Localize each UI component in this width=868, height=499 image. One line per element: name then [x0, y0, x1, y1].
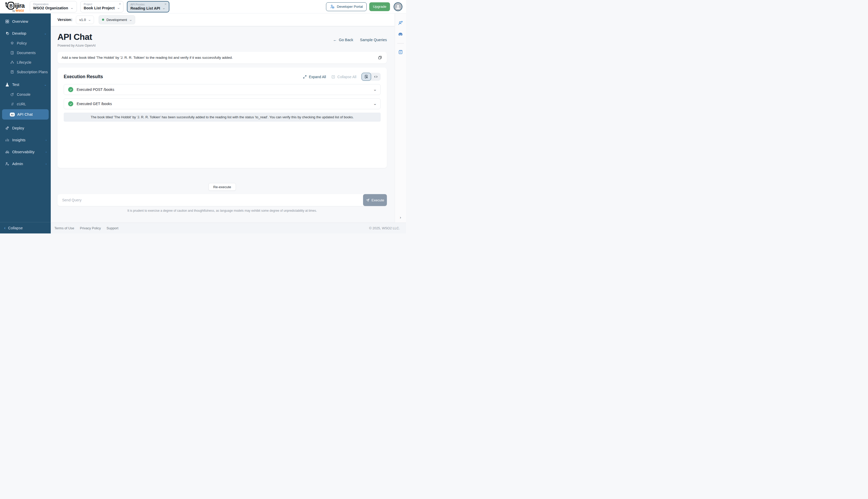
llm-disclaimer: It is prudent to exercise a degree of ca…	[58, 209, 387, 212]
copy-icon[interactable]	[377, 55, 383, 60]
page-footer: Terms of Use Privacy Policy Support © 20…	[51, 222, 406, 233]
upgrade-label: Upgrade	[373, 5, 386, 9]
organization-label: Organization	[33, 3, 73, 6]
main-area: Version: v1.0 ⌄ Development ⌄	[51, 13, 395, 222]
query-card: Add a new book titled 'The Hobbit' by 'J…	[58, 52, 387, 63]
clear-project-icon[interactable]: ✕	[119, 2, 121, 6]
documents-icon	[10, 50, 14, 56]
organization-value: WSO2 Organization	[33, 6, 68, 10]
sidebar-item-console[interactable]: Console	[0, 89, 51, 99]
sidebar-item-subscription-plans[interactable]: Subscription Plans	[0, 67, 51, 77]
chevron-right-icon: ›	[46, 162, 47, 166]
version-value: v1.0	[79, 18, 86, 22]
sidebar-item-api-chat[interactable]: AI API Chat	[2, 109, 49, 120]
send-query-input[interactable]	[58, 194, 387, 206]
sidebar-item-lifecycle[interactable]: Lifecycle	[0, 58, 51, 67]
re-execute-button[interactable]: Re-execute	[208, 183, 236, 191]
docs-icon[interactable]: C	[398, 49, 403, 55]
api-proxies-value: Reading List API	[131, 6, 160, 10]
sidebar: Overview Develop ⌄	[0, 13, 51, 233]
api-proxies-label: API Proxies	[131, 3, 165, 6]
execute-button[interactable]: Execute	[363, 194, 387, 206]
success-check-icon	[68, 101, 73, 106]
admin-icon	[5, 161, 10, 167]
bar-chart-icon	[5, 137, 10, 143]
chevron-down-icon: ⌄	[44, 32, 47, 35]
chevron-down-icon: ⌄	[44, 83, 47, 86]
console-icon	[10, 92, 14, 97]
expand-all-button[interactable]: Expand All	[303, 75, 326, 79]
sidebar-item-overview[interactable]: Overview	[0, 16, 51, 26]
user-avatar[interactable]	[394, 2, 402, 11]
chevron-down-icon: ⌄	[162, 7, 166, 10]
chevron-down-icon: ⌄	[373, 102, 377, 106]
sidebar-group-admin[interactable]: Admin ›	[0, 159, 51, 169]
subscription-plans-icon	[10, 69, 14, 74]
go-back-link[interactable]: ← Go Back	[333, 38, 353, 42]
page-title: API Chat	[58, 32, 96, 42]
sidebar-group-develop[interactable]: Develop ⌄	[0, 28, 51, 38]
developer-portal-button[interactable]: Developer Portal	[326, 2, 367, 11]
execution-step-row[interactable]: Executed GET /books ⌄	[64, 98, 381, 109]
collapse-icon	[331, 75, 335, 79]
sample-queries-link[interactable]: Sample Queries	[360, 38, 387, 42]
sidebar-nav: Overview Develop ⌄	[0, 13, 51, 222]
sidebar-group-test[interactable]: Test ⌄	[0, 80, 51, 89]
discord-icon[interactable]	[397, 32, 403, 38]
grid-icon	[5, 19, 10, 24]
policy-icon	[10, 41, 14, 46]
sidebar-collapse-button[interactable]: ‹ Collapse	[0, 222, 51, 233]
privacy-link[interactable]: Privacy Policy	[80, 226, 101, 230]
sidebar-group-observability[interactable]: Observability ›	[0, 147, 51, 157]
clear-api-proxy-icon[interactable]: ✕	[164, 3, 167, 6]
terms-link[interactable]: Terms of Use	[55, 226, 74, 230]
version-label: Version:	[58, 17, 72, 22]
chevron-down-icon: ⌄	[129, 18, 132, 22]
top-bar: B ijira by WSO2 Organization WSO2 Organi…	[0, 0, 406, 13]
report-check-icon	[364, 74, 369, 79]
result-summary: The book titled 'The Hobbit' by 'J. R. R…	[64, 113, 381, 122]
feedback-icon[interactable]	[398, 20, 403, 26]
environment-status-dot	[102, 19, 104, 21]
organization-selector[interactable]: Organization WSO2 Organization ⌄	[30, 1, 77, 12]
rocket-icon	[5, 125, 10, 131]
copyright: © 2025, WSO2 LLC.	[369, 226, 400, 230]
app-window: B ijira by WSO2 Organization WSO2 Organi…	[0, 0, 406, 233]
project-selector[interactable]: ✕ Project Book List Project ⌄	[80, 1, 123, 12]
environment-select[interactable]: Development ⌄	[99, 15, 135, 24]
sidebar-item-curl[interactable]: cURL	[0, 99, 51, 109]
page-content: API Chat Powered by Azure OpenAI ← Go Ba…	[51, 26, 395, 222]
user-icon	[395, 4, 401, 10]
results-title: Execution Results	[64, 74, 103, 80]
project-value: Book List Project	[84, 6, 114, 10]
execution-step-row[interactable]: Executed POST /books ⌄	[64, 84, 381, 95]
version-select[interactable]: v1.0 ⌄	[76, 15, 94, 24]
sidebar-group-insights[interactable]: Insights ›	[0, 135, 51, 145]
api-proxies-selector[interactable]: ✕ API Proxies Reading List API ⌄	[127, 1, 169, 12]
upgrade-button[interactable]: Upgrade	[369, 2, 390, 11]
version-bar: Version: v1.0 ⌄ Development ⌄	[51, 13, 395, 26]
sidebar-item-documents[interactable]: Documents	[0, 48, 51, 58]
bijira-logo[interactable]: B ijira by WSO2	[5, 1, 25, 12]
execution-results-card: Execution Results Expand All	[58, 68, 387, 168]
collapse-all-button[interactable]: Collapse All	[331, 75, 356, 79]
sidebar-item-policy[interactable]: Policy	[0, 38, 51, 48]
support-link[interactable]: Support	[107, 226, 119, 230]
query-composer: Execute	[58, 194, 387, 206]
page-subtitle: Powered by Azure OpenAI	[58, 44, 96, 47]
code-view-button[interactable]	[371, 73, 381, 81]
brand-name: ijira	[15, 2, 25, 9]
sidebar-item-deploy[interactable]: Deploy	[0, 123, 51, 133]
code-icon	[374, 74, 378, 79]
chevron-down-icon: ⌄	[70, 6, 74, 10]
summary-view-button[interactable]	[361, 73, 371, 81]
curl-icon	[10, 101, 14, 107]
svg-text:B: B	[9, 3, 13, 9]
flask-icon	[5, 82, 10, 87]
view-mode-toggle	[361, 73, 381, 81]
collapse-panel-icon[interactable]: ›	[400, 215, 401, 219]
ai-badge-icon: AI	[10, 113, 15, 117]
query-text: Add a new book titled 'The Hobbit' by 'J…	[62, 56, 233, 60]
success-check-icon	[68, 87, 73, 92]
brand-byline: by WSO2	[5, 9, 24, 12]
